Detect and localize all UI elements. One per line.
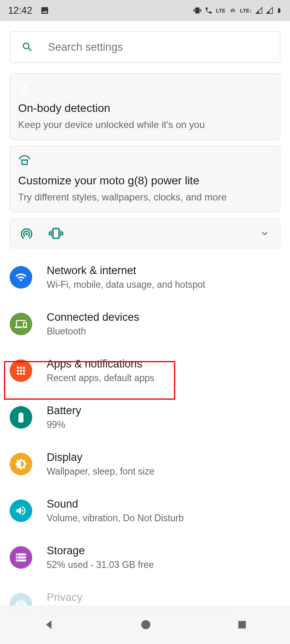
call-lte-icon bbox=[205, 6, 213, 14]
sound-title: Sound bbox=[47, 498, 280, 510]
privacy-title: Privacy bbox=[47, 591, 280, 604]
search-settings[interactable]: Search settings bbox=[10, 31, 280, 63]
sound-icon bbox=[10, 500, 32, 522]
devices-icon bbox=[10, 313, 32, 335]
onbody-title: On-body detection bbox=[18, 102, 272, 115]
apps-title: Apps & notifications bbox=[47, 358, 280, 370]
connected-title: Connected devices bbox=[47, 311, 280, 324]
network-title: Network & internet bbox=[47, 264, 280, 277]
home-button[interactable] bbox=[140, 619, 152, 631]
battery-subtitle: 99% bbox=[47, 419, 280, 430]
connected-subtitle: Bluetooth bbox=[47, 326, 280, 337]
vibration-icon bbox=[49, 226, 63, 241]
setting-apps[interactable]: Apps & notifications Recent apps, defaul… bbox=[10, 347, 280, 394]
setting-display[interactable]: Display Wallpaper, sleep, font size bbox=[10, 441, 280, 487]
vibrate-icon bbox=[193, 6, 201, 14]
setting-network[interactable]: Network & internet Wi-Fi, mobile, data u… bbox=[10, 254, 280, 301]
settings-list: Network & internet Wi-Fi, mobile, data u… bbox=[10, 254, 280, 627]
status-icons: LTE LTE↕ bbox=[193, 6, 282, 15]
brush-icon bbox=[18, 154, 272, 170]
apps-icon bbox=[10, 359, 32, 382]
search-icon bbox=[21, 41, 33, 53]
onbody-subtitle: Keep your device unlocked while it's on … bbox=[18, 118, 272, 132]
battery-title: Battery bbox=[47, 405, 280, 417]
sound-subtitle: Volume, vibration, Do Not Disturb bbox=[47, 513, 280, 524]
display-icon bbox=[10, 453, 32, 475]
quick-toggles[interactable] bbox=[10, 219, 280, 248]
apps-subtitle: Recent apps, default apps bbox=[47, 373, 280, 384]
signal-icon-2 bbox=[266, 7, 273, 14]
storage-icon bbox=[10, 546, 32, 569]
setting-sound[interactable]: Sound Volume, vibration, Do Not Disturb bbox=[10, 487, 280, 534]
back-button[interactable] bbox=[42, 618, 55, 631]
status-bar: 12:42 LTE LTE↕ bbox=[0, 0, 290, 21]
svg-point-0 bbox=[141, 620, 151, 630]
storage-subtitle: 52% used - 31.03 GB free bbox=[47, 559, 280, 570]
search-placeholder: Search settings bbox=[48, 41, 123, 54]
hotspot-icon bbox=[20, 227, 33, 240]
walk-icon bbox=[18, 82, 272, 98]
lte-label: LTE bbox=[216, 8, 226, 14]
wifi-icon bbox=[10, 266, 32, 289]
battery-icon bbox=[10, 406, 32, 429]
setting-storage[interactable]: Storage 52% used - 31.03 GB free bbox=[10, 534, 280, 581]
display-subtitle: Wallpaper, sleep, font size bbox=[47, 466, 280, 477]
customize-subtitle: Try different styles, wallpapers, clocks… bbox=[18, 190, 272, 204]
storage-title: Storage bbox=[47, 545, 280, 557]
lte2-label: LTE↕ bbox=[240, 8, 252, 14]
recent-button[interactable] bbox=[236, 619, 248, 630]
hotspot-status-icon bbox=[229, 6, 237, 14]
setting-connected[interactable]: Connected devices Bluetooth bbox=[10, 301, 280, 347]
network-subtitle: Wi-Fi, mobile, data usage, and hotspot bbox=[47, 279, 280, 290]
onbody-card[interactable]: On-body detection Keep your device unloc… bbox=[10, 73, 280, 140]
nav-bar bbox=[0, 605, 290, 644]
battery-status-icon bbox=[276, 6, 282, 15]
svg-rect-1 bbox=[238, 621, 246, 629]
chevron-down-icon bbox=[259, 228, 270, 239]
signal-icon-1 bbox=[255, 7, 263, 14]
display-title: Display bbox=[47, 451, 280, 464]
image-icon bbox=[40, 6, 49, 15]
customize-card[interactable]: Customize your moto g(8) power lite Try … bbox=[10, 146, 280, 213]
status-time: 12:42 bbox=[8, 5, 32, 16]
setting-battery[interactable]: Battery 99% bbox=[10, 394, 280, 441]
customize-title: Customize your moto g(8) power lite bbox=[18, 174, 272, 187]
